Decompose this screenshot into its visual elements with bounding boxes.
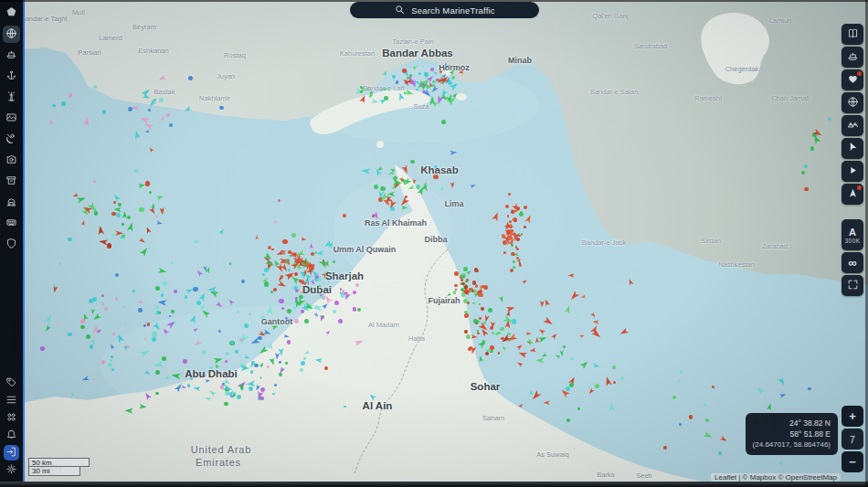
map-canvas[interactable]: Bandar AbbasKhasabSharjahDubaiAbu DhabiA… [0,0,868,487]
sidebar-item-protect[interactable] [3,236,20,253]
sign-in-icon [5,445,17,461]
measure-tool-button[interactable] [842,138,863,159]
screen-edge-glow [23,0,25,487]
favorites-button[interactable] [842,69,863,90]
search-placeholder: Search MarineTraffic [411,5,495,16]
sidebar-item-vessels[interactable] [3,47,20,64]
notification-badge [857,71,862,76]
sidebar-item-port-calls[interactable] [3,194,20,211]
playback-button[interactable] [842,161,863,182]
scale-mi: 30 mi [28,467,80,476]
controls-gap [842,206,863,217]
map-controls: A 300K ∞ [842,24,863,296]
sidebar-item-plans[interactable] [4,376,19,391]
protect-icon [5,237,17,253]
my-fleets-button[interactable] [842,115,863,136]
satellite-ais-icon [5,132,17,148]
my-location-button[interactable] [842,184,863,205]
map-layers-button[interactable] [842,24,863,45]
screen-bezel-top [0,0,868,2]
search-icon [394,4,406,17]
coordinate-decimal: (24.647017, 58.864746) [753,439,831,450]
scale-km: 50 km [28,458,90,467]
sidebar-item-archive[interactable] [3,173,20,190]
vessel-filters-icon [847,49,859,66]
measure-tool-icon [847,141,859,157]
map-layers-icon [847,26,859,43]
logo-icon [5,5,17,22]
sidebar-item-settings[interactable] [4,462,19,478]
basemap-geography [0,0,868,487]
zoom-level: 7 [842,429,863,450]
sidebar-item-ports[interactable] [3,68,20,85]
playback-icon [847,164,859,180]
photos-icon [5,111,17,127]
archive-icon [5,174,17,190]
notifications-icon [5,428,17,444]
stations-icon [5,90,17,106]
coordinate-lat: 24° 38.82 N [753,418,831,429]
ports-icon [5,69,17,85]
sidebar-item-satellite-ais[interactable] [3,131,20,148]
density-letter: A [849,227,856,238]
vessel-filters-button[interactable] [842,47,863,68]
marinetraffic-app: Bandar AbbasKhasabSharjahDubaiAbu DhabiA… [0,0,868,487]
density-count: 300K [844,238,860,244]
routes-button[interactable]: ∞ [842,252,863,273]
map-attribution[interactable]: Leaflet | © Mapbox © OpenStreetMap [711,473,841,482]
coordinate-lon: 58° 51.88 E [753,429,831,439]
sidebar-item-logo[interactable] [3,5,20,22]
sidebar-item-live-map[interactable] [3,26,20,43]
my-fleets-icon [847,118,859,134]
left-sidebar [0,0,23,487]
layers-icon [5,393,17,409]
port-calls-icon [5,195,17,211]
live-map-icon [5,26,17,43]
apps-icon [5,410,17,427]
sidebar-item-stations[interactable] [3,89,20,106]
sidebar-item-apps[interactable] [4,410,19,426]
screen-bezel-bottom [0,482,868,487]
projection-button[interactable] [842,92,863,113]
zoom-out-button[interactable]: − [842,451,863,472]
sidebar-item-sign-in[interactable] [4,445,19,461]
sidebar-item-data-services[interactable] [3,215,20,232]
cursor-coordinates-box: 24° 38.82 N 58° 51.88 E (24.647017, 58.8… [746,413,838,455]
map-scale: 50 km 30 mi [28,458,90,476]
projection-icon [847,95,859,111]
vessels-icon [5,48,17,64]
larak-island [456,93,467,101]
fullscreen-expand-icon [847,278,859,294]
search-bar[interactable]: Search MarineTraffic [350,2,539,18]
sidebar-item-layers[interactable] [4,393,19,408]
sidebar-item-notifications[interactable] [4,428,19,443]
fullscreen-button[interactable] [842,275,863,296]
data-services-icon [5,216,17,232]
notification-badge [857,185,862,190]
sidebar-item-photos[interactable] [3,110,20,127]
vessel-density-button[interactable]: A 300K [842,219,863,250]
hengam-island [376,141,384,148]
sidebar-item-camera[interactable] [3,152,20,169]
plans-icon [5,376,17,392]
zoom-in-button[interactable]: + [842,406,863,427]
camera-icon [5,153,17,169]
settings-icon [5,462,17,479]
infinity-icon: ∞ [848,256,856,270]
zoom-control: + 7 − [842,406,863,472]
